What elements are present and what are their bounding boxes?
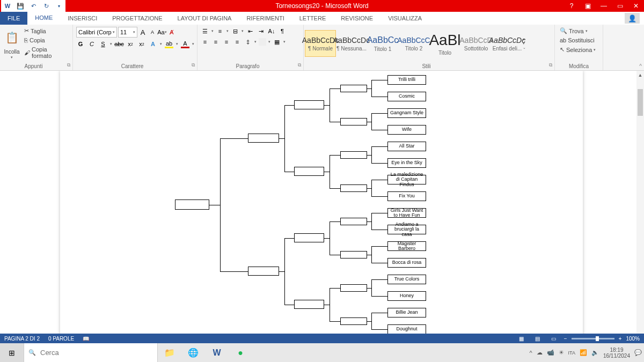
multilevel-list-button[interactable]: ⊟	[231, 27, 239, 35]
read-mode-button[interactable]: ▦	[516, 335, 528, 342]
select-button[interactable]: ↖Seleziona▾	[558, 46, 597, 54]
cut-button[interactable]: ✂Taglia	[23, 27, 69, 35]
scroll-up-button[interactable]: ▲	[636, 71, 644, 79]
proofing-icon[interactable]: 📖	[83, 336, 89, 342]
paste-dropdown[interactable]: ▾	[11, 55, 13, 60]
decrease-indent-button[interactable]: ⇤	[246, 27, 254, 35]
justify-button[interactable]: ≡	[233, 38, 241, 46]
tab-references[interactable]: RIFERIMENTI	[239, 12, 291, 25]
vertical-scrollbar[interactable]: ▲	[636, 71, 644, 343]
tab-file[interactable]: FILE	[0, 12, 27, 25]
zoom-out-button[interactable]: −	[564, 336, 567, 342]
onedrive-icon[interactable]: ☁	[537, 349, 543, 356]
tab-page-layout[interactable]: LAYOUT DI PAGINA	[170, 12, 239, 25]
italic-button[interactable]: C	[87, 40, 96, 48]
font-size-select[interactable]: 11▾	[118, 27, 137, 38]
paste-icon[interactable]: 📋	[3, 27, 20, 48]
paste-button[interactable]: Incolla	[4, 49, 20, 55]
word-count[interactable]: 0 PAROLE	[48, 336, 74, 342]
borders-button[interactable]: ▦	[273, 38, 281, 46]
print-layout-button[interactable]: ▤	[532, 335, 544, 342]
style-title[interactable]: AaBlTitolo	[429, 30, 460, 57]
tray-chevron-icon[interactable]: ^	[529, 350, 532, 356]
word-icon[interactable]: W	[1, 0, 14, 12]
document-page[interactable]: Trilli trilliCosmicGangnam StyleWifeAll …	[60, 71, 583, 343]
shrink-font-button[interactable]: A	[148, 28, 157, 36]
account-icon[interactable]: 👤	[625, 13, 640, 24]
ribbon-display-button[interactable]: ▣	[580, 0, 596, 12]
taskbar-search[interactable]: 🔍	[24, 343, 158, 362]
undo-button[interactable]: ↶	[27, 0, 40, 12]
highlight-button[interactable]: ab	[165, 40, 173, 48]
zoom-level[interactable]: 100%	[626, 336, 640, 342]
strikethrough-button[interactable]: abc	[115, 40, 123, 48]
subscript-button[interactable]: x2	[126, 40, 135, 48]
zoom-slider[interactable]	[572, 338, 614, 339]
clear-formatting-button[interactable]: A̸	[167, 28, 176, 36]
show-marks-button[interactable]: ¶	[278, 27, 287, 35]
clipboard-launcher[interactable]: ⧉	[67, 62, 72, 70]
spotify-icon[interactable]: ●	[229, 343, 252, 362]
collapse-ribbon-button[interactable]: ^	[639, 63, 642, 69]
styles-launcher[interactable]: ⧉	[549, 62, 554, 70]
weather-icon[interactable]: ☀	[559, 349, 564, 356]
page-indicator[interactable]: PAGINA 2 DI 2	[4, 336, 40, 342]
save-button[interactable]: 💾	[14, 0, 27, 12]
clock[interactable]: 18:19 16/11/2024	[603, 347, 630, 359]
close-button[interactable]: ✕	[628, 0, 644, 12]
font-name-select[interactable]: Calibri (Corp▾	[76, 27, 117, 38]
redo-button[interactable]: ↻	[40, 0, 53, 12]
search-input[interactable]	[40, 349, 153, 357]
minimize-button[interactable]: —	[596, 0, 612, 12]
word-taskbar-icon[interactable]: W	[205, 343, 229, 362]
format-painter-button[interactable]: 🖌Copia formato	[23, 46, 69, 60]
align-right-button[interactable]: ≡	[222, 38, 231, 46]
tab-mailings[interactable]: LETTERE	[292, 12, 334, 25]
style-normal[interactable]: AaBbCcDc¶ Normale	[305, 30, 336, 57]
find-button[interactable]: 🔍Trova▾	[558, 27, 589, 35]
bold-button[interactable]: G	[76, 40, 85, 48]
tab-view[interactable]: VISUALIZZA	[380, 12, 429, 25]
styles-gallery-more[interactable]: ▴▾⌄	[523, 37, 526, 50]
line-spacing-button[interactable]: ‡	[244, 38, 252, 46]
tab-insert[interactable]: INSERISCI	[60, 12, 105, 25]
help-button[interactable]: ?	[564, 0, 580, 12]
zoom-in-button[interactable]: +	[619, 336, 622, 342]
style-no-spacing[interactable]: AaBbCcDc¶ Nessuna...	[336, 30, 367, 57]
language-indicator[interactable]: ITA	[568, 350, 575, 356]
style-heading1[interactable]: AaBbCcTitolo 1	[367, 30, 398, 57]
web-layout-button[interactable]: ▭	[548, 335, 560, 342]
bullets-button[interactable]: ☰	[201, 27, 209, 35]
underline-button[interactable]: S	[99, 40, 107, 48]
change-case-button[interactable]: Aa▾	[158, 28, 166, 36]
notifications-icon[interactable]: 💬	[634, 349, 642, 356]
volume-icon[interactable]: 🔈	[591, 349, 599, 356]
align-center-button[interactable]: ≡	[211, 38, 220, 46]
shading-button[interactable]	[259, 38, 266, 46]
increase-indent-button[interactable]: ⇥	[257, 27, 265, 35]
start-button[interactable]: ⊞	[0, 343, 24, 362]
replace-button[interactable]: abSostituisci	[558, 36, 596, 44]
style-emphasis[interactable]: AaBbCcDcEnfasi deli...	[492, 30, 523, 57]
copy-button[interactable]: ⎘Copia	[23, 36, 69, 44]
qat-customize[interactable]: ▾	[53, 0, 65, 12]
superscript-button[interactable]: x2	[137, 40, 146, 48]
chrome-icon[interactable]: 🌐	[181, 343, 205, 362]
style-subtitle[interactable]: AaBbCcDSottotitolo	[460, 30, 492, 57]
sort-button[interactable]: A↓	[267, 27, 276, 35]
meet-now-icon[interactable]: 📹	[547, 349, 554, 356]
style-heading2[interactable]: AaBbCcCTitolo 2	[398, 30, 429, 57]
tab-review[interactable]: REVISIONE	[333, 12, 380, 25]
font-color-button[interactable]: A	[181, 40, 189, 48]
align-left-button[interactable]: ≡	[201, 38, 209, 46]
text-effects-button[interactable]: A	[149, 40, 157, 48]
maximize-button[interactable]: ▭	[612, 0, 628, 12]
font-launcher[interactable]: ⧉	[192, 62, 197, 70]
grow-font-button[interactable]: A	[138, 28, 147, 36]
tab-design[interactable]: PROGETTAZIONE	[105, 12, 170, 25]
wifi-icon[interactable]: 📶	[580, 349, 587, 356]
file-explorer-icon[interactable]: 📁	[158, 343, 181, 362]
paragraph-launcher[interactable]: ⧉	[298, 62, 303, 70]
scroll-thumb[interactable]	[638, 89, 643, 116]
numbering-button[interactable]: ≡	[216, 27, 224, 35]
